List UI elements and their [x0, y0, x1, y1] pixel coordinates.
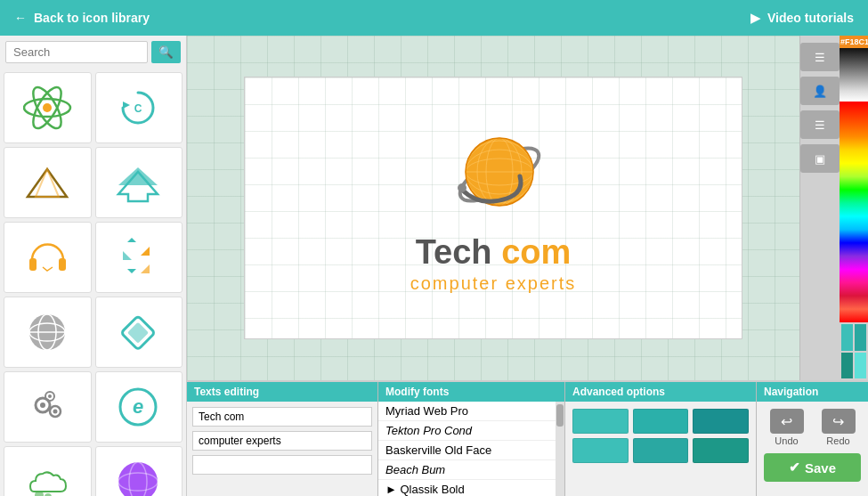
- text-field-3[interactable]: [192, 455, 372, 475]
- icon-item-mountain[interactable]: [4, 147, 92, 218]
- text-field-2[interactable]: [192, 431, 372, 451]
- back-to-library-button[interactable]: ← Back to icon library: [14, 11, 150, 25]
- icon-item-sphere[interactable]: [95, 446, 183, 496]
- logo-text-line2: computer experts: [410, 273, 577, 294]
- icon-item-cloud[interactable]: [4, 446, 92, 496]
- globe-gray-icon: [23, 308, 72, 357]
- sphere-icon: [114, 458, 163, 497]
- video-tutorials-button[interactable]: ▶ Video tutorials: [750, 11, 854, 25]
- color-swatch-grid: [565, 402, 756, 470]
- logo-globe-graphic: [435, 123, 551, 230]
- layout-tool-1-button[interactable]: ☰: [800, 43, 840, 71]
- svg-text:C: C: [134, 102, 142, 115]
- font-item-myriad[interactable]: Myriad Web Pro: [378, 402, 556, 421]
- texts-editing-section: Texts editing: [187, 382, 378, 496]
- diamond-icon: [114, 308, 163, 357]
- adv-swatch-2[interactable]: [633, 409, 689, 434]
- nav-header-label: Navigation: [764, 386, 818, 398]
- adv-swatch-6[interactable]: [693, 438, 749, 463]
- icon-item-refresh[interactable]: C: [95, 72, 183, 143]
- search-bar: 🔍: [0, 36, 186, 69]
- search-button[interactable]: 🔍: [151, 41, 181, 63]
- atom-icon: [23, 84, 72, 133]
- fonts-header-label: Modify fonts: [385, 386, 449, 398]
- svg-marker-4: [123, 102, 130, 109]
- layout-tool-4-button[interactable]: ▣: [800, 144, 840, 173]
- adv-swatch-3[interactable]: [693, 409, 749, 434]
- gears-icon: [23, 383, 72, 432]
- color-hex-badge[interactable]: #F18C1F: [840, 36, 868, 48]
- icon-item-globe-gray[interactable]: [4, 297, 92, 368]
- adv-swatch-4[interactable]: [572, 438, 629, 463]
- color-swatch-2[interactable]: [855, 324, 866, 351]
- svg-marker-16: [123, 251, 132, 260]
- save-label: Save: [805, 460, 836, 476]
- search-icon: 🔍: [158, 45, 174, 59]
- bottom-color-swatches: [840, 322, 868, 380]
- color-swatch-1[interactable]: [841, 324, 853, 351]
- save-button[interactable]: ✔ Save: [764, 453, 861, 482]
- font-item-tekton[interactable]: Tekton Pro Cond: [378, 421, 556, 441]
- svg-point-32: [45, 493, 52, 497]
- search-input[interactable]: [5, 41, 148, 63]
- fonts-list-area: Myriad Web Pro Tekton Pro Cond Baskervil…: [378, 402, 564, 496]
- color-spectrum-strip[interactable]: [840, 102, 868, 322]
- text-field-1[interactable]: [192, 407, 372, 427]
- header: ← Back to icon library ▶ Video tutorials: [0, 0, 868, 36]
- undo-redo-group: ↩ Undo ↪ Redo: [770, 409, 856, 446]
- icon-item-atom[interactable]: [4, 72, 92, 143]
- logo-text-tech: Tech: [416, 233, 501, 271]
- icon-item-diamond[interactable]: [95, 297, 183, 368]
- texts-editing-header: Texts editing: [187, 382, 377, 402]
- advanced-header: Advanced options: [565, 382, 756, 402]
- canvas-area[interactable]: Tech com computer experts: [187, 36, 799, 380]
- headphones-icon: [23, 233, 72, 282]
- nav-header: Navigation: [757, 382, 868, 402]
- svg-marker-13: [141, 247, 150, 256]
- icon-item-gears[interactable]: [4, 371, 92, 443]
- scroll-thumb: [556, 404, 564, 427]
- color-swatch-4[interactable]: [855, 353, 866, 379]
- canvas-row: Tech com computer experts ☰ 👤 ☰: [187, 36, 868, 380]
- layout-tool-2-button[interactable]: 👤: [800, 77, 840, 105]
- icon-item-arrow-up[interactable]: [95, 147, 183, 218]
- redo-label: Redo: [826, 435, 849, 446]
- person-icon: 👤: [813, 85, 827, 98]
- app-container: ← Back to icon library ▶ Video tutorials…: [0, 0, 868, 496]
- color-swatch-3[interactable]: [841, 353, 853, 379]
- nav-inner: ↩ Undo ↪ Redo ✔ Save: [757, 402, 868, 496]
- redo-icon: ↪: [822, 409, 856, 434]
- logo-text-line1: Tech com: [416, 233, 572, 272]
- font-item-qlassik[interactable]: ► Qlassik Bold: [378, 480, 556, 496]
- font-item-baskerville[interactable]: Baskerville Old Face: [378, 441, 556, 460]
- video-icon: ▶: [750, 11, 760, 25]
- layout-tool-3-button[interactable]: ☰: [800, 110, 840, 139]
- list-icon-2: ☰: [815, 118, 825, 132]
- svg-point-45: [458, 183, 466, 192]
- arrows-icon: [114, 233, 163, 282]
- font-scrollbar[interactable]: [556, 402, 564, 496]
- svg-marker-12: [127, 238, 136, 242]
- svg-rect-11: [59, 258, 66, 271]
- adv-swatch-1[interactable]: [572, 409, 629, 434]
- undo-button[interactable]: ↩ Undo: [770, 409, 804, 446]
- icon-item-arrows[interactable]: [95, 222, 183, 293]
- icon-library-panel: 🔍 C: [0, 36, 187, 496]
- svg-marker-14: [127, 269, 136, 273]
- icon-item-circle-e[interactable]: e: [95, 371, 183, 443]
- back-arrow-icon: ←: [14, 11, 27, 25]
- adv-swatch-5[interactable]: [633, 438, 689, 463]
- svg-text:e: e: [133, 395, 143, 418]
- arrow-up-icon: [114, 159, 163, 207]
- svg-marker-7: [36, 169, 59, 197]
- svg-rect-22: [127, 321, 149, 343]
- redo-button[interactable]: ↪ Redo: [822, 409, 856, 446]
- grayscale-strip[interactable]: [840, 48, 868, 102]
- icon-item-headphones[interactable]: [4, 222, 92, 293]
- center-right: Tech com computer experts ☰ 👤 ☰: [187, 36, 868, 496]
- cloud-icon: [23, 458, 72, 497]
- svg-point-3: [43, 103, 52, 112]
- font-item-beach[interactable]: Beach Bum: [378, 460, 556, 480]
- fonts-header: Modify fonts: [378, 382, 564, 402]
- modify-fonts-section: Modify fonts Myriad Web Pro Tekton Pro C…: [378, 382, 565, 496]
